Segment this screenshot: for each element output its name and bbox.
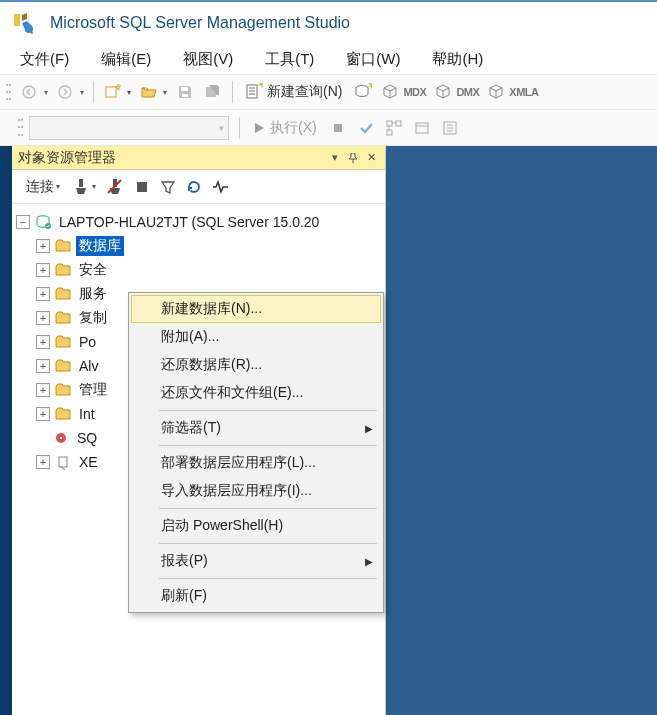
tree-label: 复制 [76, 308, 110, 328]
folder-icon [54, 381, 72, 399]
ctx-restore-db[interactable]: 还原数据库(R)... [131, 351, 381, 379]
expand-icon[interactable]: + [36, 263, 50, 277]
svg-rect-8 [181, 87, 188, 91]
connect-server-icon[interactable]: ▾ [68, 175, 100, 199]
tree-node-security[interactable]: + 安全 [14, 258, 383, 282]
new-project-button[interactable]: ✶ ▾ [100, 79, 134, 105]
tree-label: 数据库 [76, 236, 124, 256]
ctx-new-database[interactable]: 新建数据库(N)... [131, 295, 381, 323]
tree-server-label: LAPTOP-HLAU2TJT (SQL Server 15.0.20 [56, 213, 322, 231]
server-icon [34, 213, 52, 231]
menu-separator [159, 410, 377, 411]
svg-rect-38 [59, 457, 67, 467]
expand-icon[interactable]: + [36, 455, 50, 469]
parse-button[interactable] [353, 115, 379, 141]
new-query-button[interactable]: ✶ 新建查询(N) [239, 79, 348, 105]
ctx-filter[interactable]: 筛选器(T)▶ [131, 414, 381, 442]
ctx-import-dac[interactable]: 导入数据层应用程序(I)... [131, 477, 381, 505]
execute-button[interactable]: 执行(X) [246, 115, 323, 141]
submenu-arrow-icon: ▶ [365, 556, 373, 567]
menu-separator [159, 578, 377, 579]
intellisense-button[interactable] [437, 115, 463, 141]
tree-label: Alv [76, 357, 101, 375]
svg-rect-24 [416, 123, 428, 133]
menu-edit[interactable]: 编辑(E) [87, 46, 165, 73]
disconnect-icon[interactable] [102, 175, 128, 199]
ctx-attach[interactable]: 附加(A)... [131, 323, 381, 351]
app-title: Microsoft SQL Server Management Studio [50, 14, 350, 32]
close-icon[interactable]: ✕ [363, 150, 379, 166]
svg-rect-18 [334, 124, 342, 132]
database-combo[interactable]: ▾ [29, 116, 229, 140]
menu-window[interactable]: 窗口(W) [332, 46, 414, 73]
open-file-button[interactable]: ▾ [136, 79, 170, 105]
panel-menu-icon[interactable]: ▾ [327, 150, 343, 166]
toolbar-grip[interactable] [6, 81, 13, 103]
folder-icon [54, 405, 72, 423]
stop-icon[interactable] [130, 175, 154, 199]
folder-icon [54, 261, 72, 279]
toolbar-grip[interactable] [18, 117, 25, 139]
title-bar: Microsoft SQL Server Management Studio [0, 0, 657, 44]
ctx-powershell[interactable]: 启动 PowerShell(H) [131, 512, 381, 540]
expand-icon[interactable]: + [36, 311, 50, 325]
ctx-deploy-dac[interactable]: 部署数据层应用程序(L)... [131, 449, 381, 477]
svg-rect-21 [387, 130, 392, 135]
folder-icon [54, 309, 72, 327]
menu-file[interactable]: 文件(F) [6, 46, 83, 73]
query-options-button[interactable] [409, 115, 435, 141]
menu-tools[interactable]: 工具(T) [251, 46, 328, 73]
ctx-reports[interactable]: 报表(P)▶ [131, 547, 381, 575]
debug-button[interactable] [325, 115, 351, 141]
save-all-button[interactable] [200, 79, 226, 105]
expand-icon[interactable]: + [36, 359, 50, 373]
query-xmla-button[interactable]: XMLA [484, 79, 541, 105]
filter-icon[interactable] [156, 175, 180, 199]
expand-icon[interactable]: + [36, 383, 50, 397]
dock-strip [0, 146, 12, 715]
svg-point-4 [59, 86, 71, 98]
submenu-arrow-icon: ▶ [365, 423, 373, 434]
folder-icon [54, 237, 72, 255]
pin-icon[interactable] [345, 150, 361, 166]
expand-icon[interactable]: + [36, 287, 50, 301]
ctx-refresh[interactable]: 刷新(F) [131, 582, 381, 610]
folder-icon [54, 333, 72, 351]
agent-icon [52, 429, 70, 447]
expand-icon[interactable]: + [36, 239, 50, 253]
tree-label: 服务 [76, 284, 110, 304]
refresh-icon[interactable] [182, 175, 206, 199]
query-de-button[interactable]: ✶ [350, 79, 376, 105]
save-button[interactable] [172, 79, 198, 105]
activity-icon[interactable] [208, 175, 234, 199]
expand-icon[interactable]: + [36, 407, 50, 421]
chevron-down-icon: ▾ [219, 123, 224, 133]
nav-back-button[interactable]: ▾ [17, 79, 51, 105]
xevent-icon [54, 453, 72, 471]
nav-forward-button[interactable]: ▾ [53, 79, 87, 105]
svg-point-3 [23, 86, 35, 98]
tree-node-databases[interactable]: + 数据库 [14, 234, 383, 258]
app-icon [10, 10, 36, 36]
collapse-icon[interactable]: − [16, 215, 30, 229]
svg-rect-0 [14, 14, 20, 26]
ctx-restore-fg[interactable]: 还原文件和文件组(E)... [131, 379, 381, 407]
menu-help[interactable]: 帮助(H) [418, 46, 497, 73]
svg-text:✶: ✶ [366, 83, 372, 93]
svg-rect-19 [387, 121, 392, 126]
query-dmx-button[interactable]: DMX [431, 79, 482, 105]
query-mdx-button[interactable]: MDX [378, 79, 429, 105]
connect-button[interactable]: 连接▾ [18, 175, 66, 199]
menu-separator [159, 445, 377, 446]
menu-bar: 文件(F) 编辑(E) 视图(V) 工具(T) 窗口(W) 帮助(H) [0, 44, 657, 74]
expand-icon[interactable]: + [36, 335, 50, 349]
menu-separator [159, 508, 377, 509]
estimated-plan-button[interactable] [381, 115, 407, 141]
context-menu: 新建数据库(N)... 附加(A)... 还原数据库(R)... 还原文件和文件… [128, 292, 384, 613]
tree-server-node[interactable]: − LAPTOP-HLAU2TJT (SQL Server 15.0.20 [14, 210, 383, 234]
object-explorer-toolbar: 连接▾ ▾ [12, 170, 385, 204]
tree-label: 安全 [76, 260, 110, 280]
menu-view[interactable]: 视图(V) [169, 46, 247, 73]
svg-rect-30 [79, 179, 83, 187]
sql-toolbar: ▾ 执行(X) [0, 110, 657, 146]
